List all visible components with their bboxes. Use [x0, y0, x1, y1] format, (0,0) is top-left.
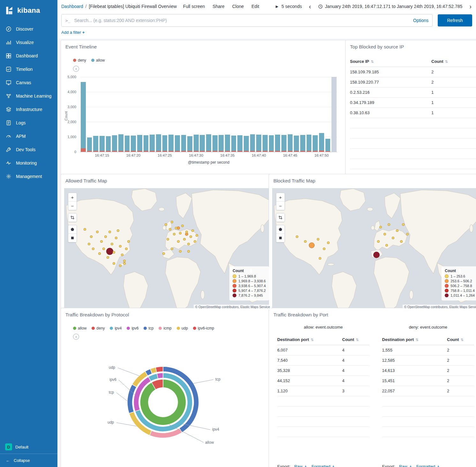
- sidebar-item-logs[interactable]: Logs: [0, 116, 57, 130]
- map-data-point[interactable]: [106, 248, 113, 255]
- map-data-point[interactable]: [327, 241, 330, 244]
- legend-item[interactable]: ipv6: [127, 326, 138, 330]
- map-data-point[interactable]: [167, 238, 169, 241]
- map-data-point[interactable]: [377, 240, 380, 243]
- column-header-destination-port[interactable]: Destination port⇅: [277, 337, 342, 342]
- rectangle-tool-button[interactable]: [276, 234, 285, 242]
- map-data-point[interactable]: [385, 244, 388, 247]
- search-input[interactable]: [74, 18, 410, 23]
- timeline-plot-area[interactable]: [80, 77, 337, 152]
- timeline-bar[interactable]: [112, 135, 117, 152]
- column-header-source-ip[interactable]: Source IP⇅: [350, 59, 431, 64]
- map-data-point[interactable]: [165, 223, 167, 226]
- timeline-bar[interactable]: [100, 136, 105, 152]
- map-data-point[interactable]: [108, 231, 111, 233]
- map-data-point[interactable]: [185, 231, 188, 233]
- timeline-bar[interactable]: [125, 136, 130, 152]
- map-data-point[interactable]: [179, 232, 182, 234]
- column-header-count[interactable]: Count⇅: [342, 337, 369, 342]
- timeline-bar[interactable]: [225, 135, 230, 152]
- map-data-point[interactable]: [383, 233, 386, 235]
- menu-item-edit[interactable]: Edit: [251, 4, 259, 9]
- timeline-bar[interactable]: [156, 134, 161, 152]
- legend-item[interactable]: allow: [91, 58, 105, 63]
- map-data-point[interactable]: [171, 221, 173, 223]
- rectangle-tool-button[interactable]: [68, 234, 77, 242]
- map-data-point[interactable]: [98, 252, 101, 255]
- sidebar-item-apm[interactable]: APM: [0, 130, 57, 143]
- map-data-point[interactable]: [187, 250, 190, 253]
- export-formatted-link[interactable]: Formatted: [416, 464, 440, 467]
- zoom-in-button[interactable]: +: [276, 193, 285, 201]
- map-data-point[interactable]: [402, 223, 405, 226]
- sidebar-item-timelion[interactable]: Timelion: [0, 63, 57, 76]
- table-row[interactable]: 14,6132: [382, 366, 474, 376]
- map-data-point[interactable]: [388, 223, 390, 226]
- timeline-bar[interactable]: [212, 135, 218, 152]
- table-row[interactable]: 6,0074: [277, 345, 369, 355]
- column-header-count[interactable]: Count⇅: [447, 337, 474, 342]
- map-data-point[interactable]: [84, 228, 86, 231]
- map-data-point[interactable]: [119, 264, 122, 267]
- timeline-bar[interactable]: [162, 135, 167, 152]
- map-data-point[interactable]: [392, 237, 394, 239]
- polygon-tool-button[interactable]: [68, 225, 77, 234]
- sidebar-item-management[interactable]: Management: [0, 170, 57, 183]
- table-row[interactable]: 1,5552: [382, 345, 474, 355]
- timeline-bar[interactable]: [256, 135, 261, 152]
- map-data-point[interactable]: [117, 229, 119, 232]
- timeline-bar[interactable]: [300, 135, 305, 152]
- timeline-bar[interactable]: [187, 136, 192, 152]
- map-data-point[interactable]: [304, 240, 307, 243]
- timeline-bar[interactable]: [288, 134, 293, 152]
- map-data-point[interactable]: [183, 238, 186, 241]
- timeline-bar[interactable]: [294, 136, 299, 152]
- map-data-point[interactable]: [323, 248, 325, 250]
- play-icon[interactable]: ▶: [276, 4, 278, 9]
- map-data-point[interactable]: [115, 237, 117, 239]
- timeline-bar[interactable]: [118, 134, 123, 152]
- zoom-out-button[interactable]: −: [68, 201, 77, 210]
- timeline-bar[interactable]: [269, 135, 274, 152]
- map-data-point[interactable]: [190, 235, 192, 238]
- sidebar-item-discover[interactable]: Discover: [0, 22, 57, 36]
- timeline-bar[interactable]: [237, 135, 242, 152]
- map-data-point[interactable]: [309, 242, 315, 248]
- sidebar-item-canvas[interactable]: Canvas: [0, 76, 57, 89]
- legend-item[interactable]: allow: [73, 326, 86, 330]
- map-data-point[interactable]: [125, 248, 128, 250]
- zoom-out-button[interactable]: −: [276, 201, 285, 210]
- map-data-point[interactable]: [185, 233, 188, 236]
- legend-item[interactable]: deny: [92, 326, 105, 330]
- table-row[interactable]: 0.2.53.2161: [350, 87, 476, 98]
- sidebar-item-machine-learning[interactable]: Machine Learning: [0, 89, 57, 103]
- map-data-point[interactable]: [162, 252, 165, 255]
- map-data-point[interactable]: [396, 229, 398, 232]
- timeline-bar[interactable]: [319, 133, 324, 152]
- table-row[interactable]: 22,0572: [382, 386, 474, 396]
- table-row[interactable]: 158.109.79.1852: [350, 67, 476, 77]
- timeline-bar[interactable]: [87, 137, 92, 152]
- timeline-bar[interactable]: [93, 136, 98, 152]
- map-data-point[interactable]: [196, 234, 198, 237]
- timeline-bar[interactable]: [168, 135, 174, 152]
- map-data-point[interactable]: [373, 252, 380, 258]
- table-row[interactable]: 0.38.10.631: [350, 108, 476, 118]
- column-header-count[interactable]: Count⇅: [431, 59, 476, 64]
- crop-tool-button[interactable]: [68, 213, 77, 222]
- breadcrumb-dashboard-link[interactable]: Dashboard: [61, 4, 83, 9]
- map-data-point[interactable]: [319, 257, 321, 260]
- query-options-link[interactable]: Options: [413, 18, 428, 23]
- map-data-point[interactable]: [113, 262, 115, 265]
- menu-item-clone[interactable]: Clone: [232, 4, 244, 9]
- blocked-traffic-map[interactable]: + − © OpenStreetMap contributors, Elasti…: [272, 188, 476, 309]
- export-raw-link[interactable]: Raw: [399, 464, 413, 467]
- time-forward-icon[interactable]: ›: [469, 3, 472, 10]
- timeline-bar[interactable]: [313, 135, 318, 152]
- kibana-logo[interactable]: kibana: [0, 0, 57, 22]
- legend-item[interactable]: ipv4: [110, 326, 122, 330]
- time-picker[interactable]: January 24th 2019, 16:47:12.171 to Janua…: [318, 4, 462, 9]
- timeline-bar[interactable]: [275, 135, 280, 152]
- timeline-bar[interactable]: [219, 135, 224, 152]
- timeline-bar[interactable]: [200, 135, 205, 152]
